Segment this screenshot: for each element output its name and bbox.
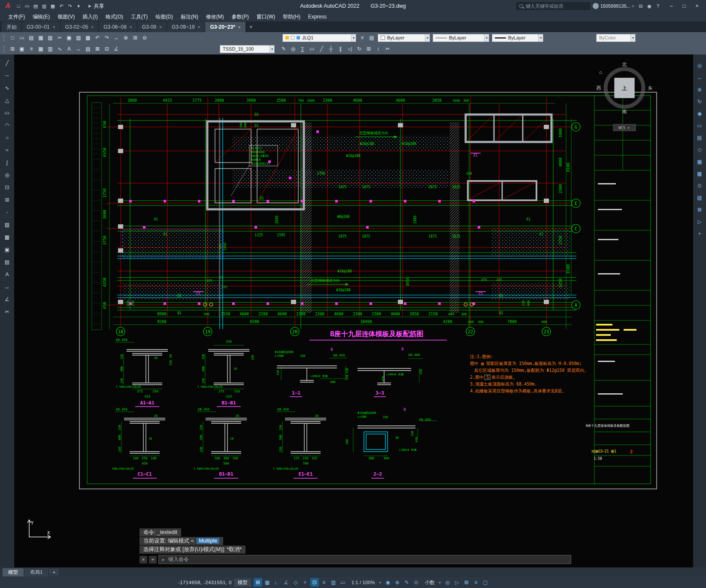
print-icon[interactable]: ▦ (48, 2, 57, 10)
viewcube[interactable] (606, 69, 643, 131)
autocad-logo[interactable]: A (3, 1, 13, 11)
measure-tool-icon[interactable]: ∠ (3, 295, 12, 304)
viewcube-settings-icon[interactable]: ◉ (695, 109, 704, 118)
menu-edit[interactable]: 编辑(E) (29, 12, 54, 21)
graphics-performance-icon[interactable]: ▷ (453, 578, 461, 587)
offset-icon[interactable]: ∥ (336, 44, 345, 54)
erase-tool-icon[interactable]: ✂ (3, 308, 12, 316)
ortho-icon[interactable]: ∟ (273, 578, 281, 587)
open-file-icon[interactable]: ▭ (23, 2, 31, 10)
dim-tool-icon[interactable]: ↔ (74, 44, 83, 54)
share-button[interactable]: ➤ 共享 (88, 3, 104, 10)
help-icon[interactable]: ? (654, 2, 662, 10)
redo-icon[interactable]: ↷ (66, 2, 74, 10)
rectangle-tool-icon[interactable]: ▭ (3, 109, 12, 117)
chevron-down-icon[interactable]: ▾ (439, 581, 441, 585)
3d-views-icon[interactable]: ◇ (695, 145, 704, 154)
menu-dimension[interactable]: 标注(N) (177, 12, 202, 21)
table-tool-icon[interactable]: ▤ (3, 258, 12, 266)
new-layout-button[interactable]: + (49, 569, 59, 576)
cart-icon[interactable]: ⊟ (636, 2, 645, 10)
zoom-icon[interactable]: ⊕ (695, 85, 704, 94)
linetype-combo[interactable]: ByLayer ▾ (433, 34, 489, 42)
new-icon[interactable]: □ (8, 33, 17, 42)
layer-states-icon[interactable]: ▤ (367, 33, 376, 42)
slab-tool-icon[interactable]: ▦ (36, 44, 45, 54)
text-style-combo[interactable]: TSSD_15_100 ▾ (220, 45, 275, 53)
menu-help[interactable]: 帮助(H) (279, 12, 304, 21)
polar-icon[interactable]: ∠ (282, 578, 291, 587)
zoom-previous-icon[interactable]: ⊖ (140, 33, 149, 42)
navigation-wheel-icon[interactable]: ◎ (695, 61, 704, 70)
preview-icon[interactable]: ▧ (45, 33, 55, 42)
match-properties-icon[interactable]: ▩ (83, 33, 93, 42)
tab-g3-09-19[interactable]: G3-09~19× (167, 22, 206, 32)
render-icon[interactable]: ▩ (695, 169, 704, 178)
paste-icon[interactable]: ▨ (74, 33, 83, 42)
customize-command-icon[interactable]: + (149, 556, 157, 564)
insert-block-icon[interactable]: ⊡ (3, 183, 12, 192)
calc-icon[interactable]: ∑ (298, 44, 307, 54)
chevron-down-icon[interactable]: ▾ (379, 581, 381, 585)
stair-tool-icon[interactable]: ▤ (83, 44, 93, 54)
color-combo[interactable]: ByLayer ▾ (378, 34, 430, 42)
minimize-button[interactable]: – (665, 0, 678, 12)
spline-tool-icon[interactable]: ∫ (3, 158, 12, 167)
osnap-icon[interactable]: ⊡ (310, 578, 319, 587)
undo-icon[interactable]: ↶ (57, 2, 66, 10)
edit-text-icon[interactable]: ✎ (279, 44, 288, 54)
redo-icon[interactable]: ↷ (102, 33, 112, 42)
xline-tool-icon[interactable]: ─ (3, 71, 12, 80)
close-command-icon[interactable]: × (139, 556, 147, 564)
notifications-icon[interactable]: ◉ (645, 2, 654, 10)
array-icon[interactable]: ⊞ (364, 44, 373, 54)
lineweight-display-icon[interactable]: ≡ (320, 578, 328, 587)
wall-tool-icon[interactable]: ▥ (45, 44, 55, 54)
autoscale-icon[interactable]: ⊕ (393, 578, 402, 587)
layer-combo[interactable]: JLQ1 ▾ (282, 34, 356, 42)
snap-icon[interactable]: ▦ (263, 578, 272, 587)
trim-icon[interactable]: ✂ (383, 44, 392, 54)
hatch-tool-icon[interactable]: ▨ (3, 220, 12, 229)
isodraft-icon[interactable]: ◇ (291, 578, 300, 587)
close-icon[interactable]: × (130, 25, 132, 30)
object-isolate-icon[interactable]: ◎ (443, 578, 452, 587)
menu-file[interactable]: 文件(F) (4, 12, 29, 21)
menu-window[interactable]: 窗口(W) (253, 12, 279, 21)
customize-icon[interactable]: ≡ (472, 578, 480, 587)
join-icon[interactable]: ┼ (326, 44, 336, 54)
rebar-tool-icon[interactable]: ∿ (55, 44, 64, 54)
tab-model[interactable]: 模型 (3, 568, 24, 576)
steering-icon[interactable]: + (695, 229, 704, 238)
scale-icon[interactable]: ↕ (373, 44, 383, 54)
annotation-scale-button[interactable]: 1:1 / 100% (350, 580, 377, 585)
arc-tool-icon[interactable]: ◠ (3, 121, 12, 130)
polyline-tool-icon[interactable]: ∿ (3, 84, 12, 92)
ellipse-tool-icon[interactable]: ◎ (3, 171, 12, 179)
undo-icon[interactable]: ↶ (93, 33, 102, 42)
search-input[interactable]: 键入关键字或短语 (516, 2, 590, 10)
menu-modify[interactable]: 修改(M) (202, 12, 228, 21)
annotation-visibility-icon[interactable]: ◉ (384, 578, 392, 587)
close-icon[interactable]: × (91, 25, 94, 30)
cut-icon[interactable]: ✂ (55, 33, 64, 42)
lineweight-combo[interactable]: ByLayer ▾ (492, 34, 543, 42)
beam-tool-icon[interactable]: ≡ (27, 44, 36, 54)
viewport-icon[interactable]: ▭ (695, 121, 704, 130)
zoom-window-icon[interactable]: ⊞ (130, 33, 140, 42)
transparency-icon[interactable]: ▥ (329, 578, 338, 587)
account-menu[interactable]: 1505999135... ▾ (593, 3, 634, 9)
fullscreen-icon[interactable]: ▢ (481, 578, 490, 587)
named-views-icon[interactable]: ▤ (695, 133, 704, 142)
tab-g3-20-23-active[interactable]: G3-20~23*× (205, 22, 245, 32)
camera-icon[interactable]: ⊠ (695, 205, 704, 214)
break-icon[interactable]: ╱ (317, 44, 326, 54)
plot-icon[interactable]: ▦ (36, 33, 45, 42)
copy-icon[interactable]: ▣ (64, 33, 74, 42)
close-icon[interactable]: × (159, 25, 162, 30)
model-space-button[interactable]: 模型 (234, 579, 251, 587)
clean-screen-icon[interactable]: ⊠ (462, 578, 471, 587)
text-tool-icon[interactable]: A (64, 44, 74, 54)
lighting-icon[interactable]: ⊙ (695, 181, 704, 190)
save-as-icon[interactable]: ▥ (40, 2, 48, 10)
